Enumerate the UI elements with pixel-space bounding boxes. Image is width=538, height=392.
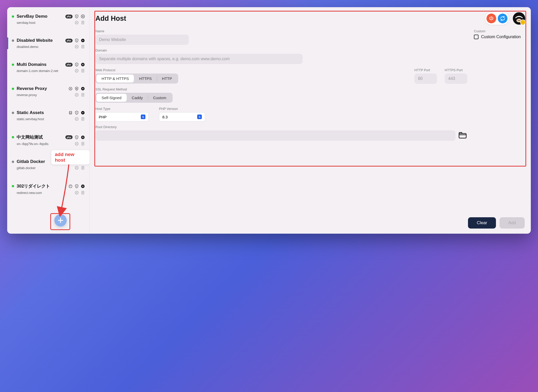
host-domain: xn--6qq79v.xn--fiqs8s: [17, 142, 75, 146]
plus-icon: [57, 217, 64, 224]
play-icon[interactable]: [81, 111, 85, 115]
sidebar-host-item[interactable]: Reverse Proxyreverse.proxy: [7, 84, 89, 99]
sidebar-host-item[interactable]: Static Assetsstatic.servbay.host: [7, 108, 89, 123]
protocol-http-https[interactable]: HTTP & HTTPS: [96, 75, 134, 82]
clear-button[interactable]: Clear: [468, 217, 496, 229]
pause-icon[interactable]: [81, 135, 85, 139]
status-dot: [12, 161, 14, 163]
php-version-select[interactable]: 8.3 ⇅: [159, 112, 205, 121]
compass-icon[interactable]: [75, 45, 79, 49]
custom-config-checkbox[interactable]: [474, 35, 479, 39]
sidebar-host-item[interactable]: ServBay Demophpservbay.host: [7, 11, 89, 27]
status-dot: [12, 64, 14, 66]
php-version-label: PHP Version: [159, 107, 205, 111]
name-input[interactable]: [95, 35, 189, 45]
compass-icon[interactable]: [75, 166, 79, 170]
sidebar: ServBay Demophpservbay.hostDisabled Webs…: [7, 7, 90, 234]
proxy-icon: [68, 160, 73, 164]
pause-icon[interactable]: [81, 14, 85, 18]
add-button[interactable]: Add: [500, 217, 525, 229]
add-host-fab[interactable]: [54, 214, 67, 226]
power-icon: [489, 16, 494, 21]
compass-icon[interactable]: [75, 93, 79, 97]
web-protocol-label: Web Protocol: [95, 68, 178, 72]
svg-point-16: [69, 87, 72, 90]
power-button[interactable]: [486, 14, 496, 23]
svg-rect-40: [82, 185, 83, 187]
pause-icon[interactable]: [81, 63, 85, 67]
document-icon[interactable]: [81, 93, 85, 97]
svg-rect-2: [82, 16, 83, 17]
refresh-button[interactable]: [498, 14, 507, 23]
compass-icon[interactable]: [75, 191, 79, 195]
status-dot: [12, 15, 14, 18]
protocol-http[interactable]: HTTP: [157, 75, 177, 82]
document-icon[interactable]: [81, 166, 85, 170]
document-icon[interactable]: [81, 142, 85, 146]
https-port-label: HTTPS Port: [445, 68, 467, 72]
host-name: 302リダイレクト: [17, 183, 66, 189]
compass-icon[interactable]: [75, 20, 79, 25]
app-window: ServBay Demophpservbay.hostDisabled Webs…: [7, 7, 531, 234]
document-icon[interactable]: [81, 45, 85, 49]
host-type-label: Host Type: [95, 107, 149, 111]
svg-point-28: [81, 136, 84, 139]
play-icon[interactable]: [81, 38, 85, 43]
https-port-input[interactable]: [445, 74, 467, 84]
sidebar-host-item[interactable]: Disabled Websitephpdisabled.demo: [7, 35, 89, 51]
sidebar-host-item[interactable]: 中文网站测试phpxn--6qq79v.xn--fiqs8s: [7, 132, 89, 148]
shield-icon: [75, 160, 79, 164]
document-icon[interactable]: [81, 191, 85, 195]
domain-input[interactable]: [95, 54, 303, 64]
shield-icon: [75, 38, 79, 43]
php-badge-icon: php: [65, 135, 73, 139]
shield-icon: [75, 184, 79, 188]
document-icon[interactable]: [81, 117, 85, 121]
host-type-select[interactable]: PHP ⇅: [95, 112, 149, 121]
sidebar-host-item[interactable]: Gitlab Dockergitlab.docker: [7, 157, 89, 172]
status-dot: [12, 88, 14, 90]
protocol-https[interactable]: HTTPS: [134, 75, 157, 82]
svg-point-11: [81, 63, 84, 66]
header: Add Host: [95, 12, 525, 25]
sidebar-host-item[interactable]: 302リダイレクトredirect.new.com: [7, 181, 89, 197]
pause-icon[interactable]: [81, 184, 85, 188]
browse-folder-button[interactable]: [459, 132, 467, 139]
php-badge-icon: php: [65, 63, 73, 67]
folder-icon: [459, 132, 467, 139]
compass-icon[interactable]: [75, 142, 79, 146]
page-title: Add Host: [95, 15, 485, 23]
svg-rect-19: [83, 88, 83, 89]
redirect-icon: [68, 184, 73, 188]
status-dot: [12, 39, 14, 42]
chevron-updown-icon: ⇅: [197, 115, 202, 119]
document-icon[interactable]: [81, 69, 85, 73]
root-dir-input[interactable]: [95, 130, 455, 141]
ssl-label: SSL Request Method: [95, 87, 467, 91]
ssl-caddy[interactable]: Caddy: [127, 94, 148, 102]
host-name: Disabled Website: [17, 38, 63, 43]
domain-label: Domain: [95, 48, 467, 52]
avatar[interactable]: [513, 12, 525, 25]
host-name: Multi Domains: [17, 62, 63, 67]
svg-rect-29: [82, 137, 83, 138]
host-type-value: PHP: [99, 115, 107, 119]
sidebar-host-item[interactable]: Multi Domainsphpdomain-1.com domain-2.ne…: [7, 59, 89, 75]
compass-icon[interactable]: [75, 69, 79, 73]
shield-icon: [75, 87, 79, 91]
proxy-icon: [68, 87, 73, 91]
pause-icon[interactable]: [81, 87, 85, 91]
ssl-self-signed[interactable]: Self-Signed: [96, 94, 127, 102]
svg-rect-3: [83, 16, 83, 17]
compass-icon[interactable]: [75, 117, 79, 121]
http-port-input[interactable]: [414, 74, 437, 84]
avatar-icon: [513, 12, 525, 25]
host-name: Static Assets: [17, 110, 66, 115]
document-icon[interactable]: [81, 20, 85, 25]
http-port-label: HTTP Port: [414, 68, 437, 72]
svg-rect-46: [459, 133, 466, 138]
ssl-custom[interactable]: Custom: [148, 94, 172, 102]
svg-point-44: [513, 12, 525, 25]
ssl-segmented: Self-Signed Caddy Custom: [95, 93, 173, 103]
play-icon[interactable]: [81, 160, 85, 164]
